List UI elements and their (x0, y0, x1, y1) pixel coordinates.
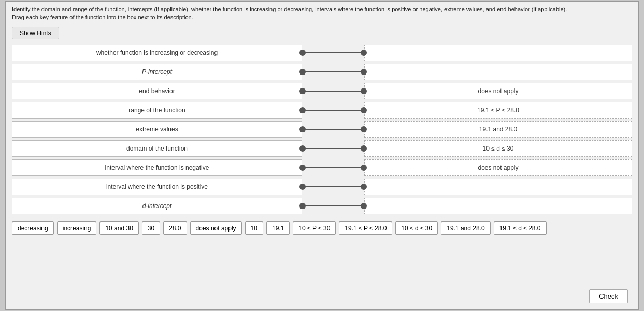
token-10-and-30[interactable]: 10 and 30 (99, 221, 138, 235)
connector-3 (302, 110, 364, 111)
connector-4 (302, 129, 364, 130)
connector-1 (302, 71, 364, 72)
drag-row: interval where the function is positive (12, 179, 632, 195)
drag-row: interval where the function is negative … (12, 159, 632, 176)
token-10[interactable]: 10 (245, 221, 263, 235)
drag-tokens-row: decreasing increasing 10 and 30 30 28.0 … (12, 219, 632, 237)
connector-0 (302, 52, 364, 53)
drag-row: extreme values 19.1 and 28.0 (12, 121, 632, 138)
show-hints-button[interactable]: Show Hints (12, 27, 59, 39)
answer-box-6[interactable]: does not apply (364, 159, 632, 176)
row-label-2: end behavior (12, 83, 302, 99)
connector-8 (302, 205, 364, 206)
row-label-4: extreme values (12, 121, 302, 138)
drag-row: P-intercept (12, 64, 632, 80)
row-label-1: P-intercept (12, 64, 302, 80)
token-28[interactable]: 28.0 (163, 221, 187, 235)
check-button[interactable]: Check (589, 289, 628, 303)
drag-row: range of the function 19.1 ≤ P ≤ 28.0 (12, 102, 632, 119)
answer-box-0[interactable] (364, 45, 632, 61)
answer-box-2[interactable]: does not apply (364, 83, 632, 99)
drag-row: d-intercept (12, 198, 632, 214)
row-label-7: interval where the function is positive (12, 179, 302, 195)
instructions: Identify the domain and range of the fun… (12, 6, 632, 22)
row-label-5: domain of the function (12, 140, 302, 157)
row-label-0: whether function is increasing or decrea… (12, 45, 302, 61)
token-does-not-apply[interactable]: does not apply (190, 221, 242, 235)
drag-row: whether function is increasing or decrea… (12, 45, 632, 61)
row-label-3: range of the function (12, 102, 302, 119)
token-increasing[interactable]: increasing (57, 221, 97, 235)
connector-2 (302, 91, 364, 92)
answer-box-4[interactable]: 19.1 and 28.0 (364, 121, 632, 138)
token-19-1[interactable]: 19.1 (266, 221, 290, 235)
instruction-line2: Drag each key feature of the function in… (12, 14, 193, 20)
drag-row: end behavior does not apply (12, 83, 632, 99)
drag-row: domain of the function 10 ≤ d ≤ 30 (12, 140, 632, 157)
answer-box-7[interactable] (364, 179, 632, 195)
answer-box-5[interactable]: 10 ≤ d ≤ 30 (364, 140, 632, 157)
token-19-1-and-28[interactable]: 19.1 and 28.0 (441, 221, 490, 235)
main-container: Identify the domain and range of the fun… (5, 1, 639, 310)
token-19-1-leq-p-leq-28[interactable]: 19.1 ≤ P ≤ 28.0 (339, 221, 392, 235)
connector-7 (302, 186, 364, 187)
answer-box-3[interactable]: 19.1 ≤ P ≤ 28.0 (364, 102, 632, 119)
row-label-8: d-intercept (12, 198, 302, 214)
answer-box-1[interactable] (364, 64, 632, 80)
instruction-line1: Identify the domain and range of the fun… (12, 6, 567, 12)
token-19-1-leq-d-leq-28[interactable]: 19.1 ≤ d ≤ 28.0 (494, 221, 547, 235)
token-10-leq-d-leq-30[interactable]: 10 ≤ d ≤ 30 (395, 221, 438, 235)
answer-box-8[interactable] (364, 198, 632, 214)
connector-5 (302, 148, 364, 149)
token-30[interactable]: 30 (142, 221, 160, 235)
token-decreasing[interactable]: decreasing (12, 221, 54, 235)
row-label-6: interval where the function is negative (12, 159, 302, 176)
drag-area: whether function is increasing or decrea… (12, 45, 632, 214)
connector-6 (302, 167, 364, 168)
token-10-leq-p-leq-30[interactable]: 10 ≤ P ≤ 30 (293, 221, 336, 235)
